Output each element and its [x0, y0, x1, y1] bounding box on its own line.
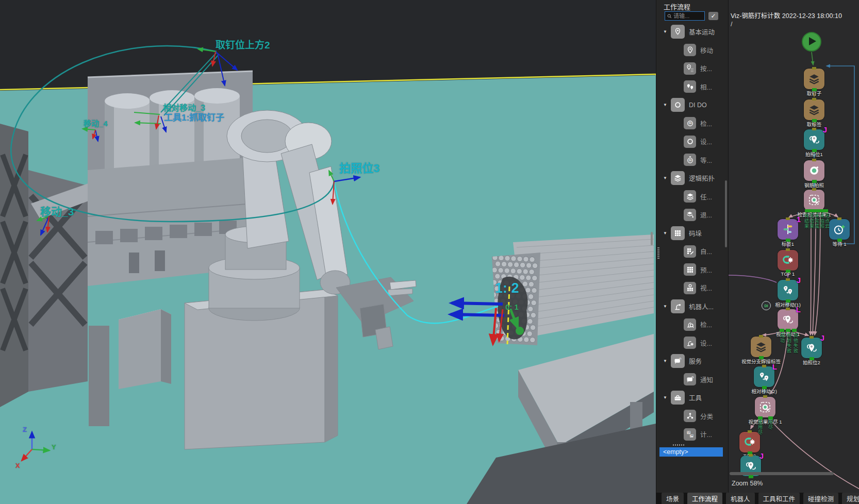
- branch-label-9: 用尽: [768, 419, 773, 430]
- node-label: 标签1: [782, 240, 794, 247]
- list-splitter-handle[interactable]: [673, 444, 684, 446]
- tree-scrollbar[interactable]: [725, 180, 727, 247]
- graph-node-qubiaoqian[interactable]: 取标签: [804, 99, 824, 120]
- graph-node-qudingzi[interactable]: 取钉子: [804, 69, 824, 89]
- graph-node-dengdai1[interactable]: 等待 1: [829, 219, 850, 240]
- library-item-13[interactable]: 预...: [656, 261, 725, 279]
- library-item-label: 设...: [700, 137, 712, 146]
- expand-arrow-icon[interactable]: ▼: [663, 231, 671, 236]
- graph-node-tcp1[interactable]: TCP 1: [778, 250, 798, 271]
- library-item-14[interactable]: 视...: [656, 279, 725, 297]
- library-item-12[interactable]: 自...: [656, 242, 725, 261]
- tab-3[interactable]: 工具和工件: [758, 493, 800, 504]
- node-badge: J: [820, 333, 824, 342]
- expand-arrow-icon[interactable]: ▼: [663, 359, 671, 363]
- library-item-17[interactable]: 设...: [656, 334, 725, 352]
- pin-icon: [671, 25, 685, 39]
- input-port: [763, 395, 767, 398]
- workflow-library-panel: 工作流程 ✓ ▼基本运动移动按...相...▼DI DO检...设...等...…: [656, 0, 728, 504]
- expand-arrow-icon[interactable]: ▼: [663, 176, 671, 180]
- library-item-22[interactable]: 计...: [656, 425, 725, 444]
- input-port: [812, 67, 816, 70]
- graph-node-xiangduiyidong1[interactable]: J相对移动(1): [778, 280, 798, 300]
- input-port: [810, 336, 814, 339]
- library-item-20[interactable]: ▼工具: [656, 389, 725, 407]
- library-item-21[interactable]: 分类: [656, 407, 725, 426]
- library-item-18[interactable]: ▼服务: [656, 352, 725, 371]
- library-item-3[interactable]: 相...: [656, 78, 725, 96]
- library-item-10[interactable]: 退...: [656, 206, 725, 224]
- graph-node-biaoqian1[interactable]: 1标签1: [778, 219, 798, 240]
- tab-5[interactable]: 规划历史: [842, 493, 859, 504]
- library-item-label: 设...: [700, 338, 712, 348]
- input-port: [837, 217, 841, 220]
- library-item-9[interactable]: 任...: [656, 188, 725, 206]
- library-item-5[interactable]: 检...: [656, 114, 725, 133]
- graph-nodes-layer: 取钉子取标签J拍照位1钢筋拍照检查视觉结果 11标签1等待 1TCP 1J相对移…: [729, 0, 859, 493]
- library-item-6[interactable]: 设...: [656, 132, 725, 151]
- robot-icon: [671, 299, 685, 313]
- graph-node-jieguoyongjin[interactable]: 视觉结果用尽 1: [755, 397, 775, 417]
- viewport-scrollbar[interactable]: [651, 232, 653, 245]
- graph-node-xiangduiyidong2[interactable]: L相对移动(2): [754, 366, 774, 387]
- library-item-label: 计...: [700, 429, 712, 439]
- graph-node-paizhaowei2[interactable]: J拍照位2: [801, 338, 822, 358]
- graph-node-gangjinpaizhao[interactable]: 钢筋拍照: [804, 160, 824, 181]
- library-item-11[interactable]: ▼码垛: [656, 224, 725, 243]
- run-workflow-button[interactable]: [802, 32, 821, 52]
- library-item-label: 通知: [700, 375, 713, 384]
- branch-label-1: 无结果: [809, 213, 814, 229]
- search-input[interactable]: [673, 13, 702, 19]
- expand-arrow-icon[interactable]: ▼: [663, 304, 671, 309]
- library-item-8[interactable]: ▼逻辑拓扑: [656, 169, 725, 188]
- tab-0[interactable]: 场景: [662, 493, 684, 504]
- panel-splitter-handle[interactable]: [657, 247, 659, 259]
- app-window: 取钉位上方2 相对移动_3 工具1:抓取钉子 移动_4 拍照位3 移动_3 1:…: [0, 0, 859, 504]
- layers-icon: [684, 190, 696, 203]
- library-item-16[interactable]: 检...: [656, 315, 725, 334]
- library-item-label: 视...: [700, 283, 712, 293]
- library-item-0[interactable]: ▼基本运动: [656, 23, 725, 41]
- library-item-15[interactable]: ▼机器人...: [656, 297, 725, 316]
- library-item-7[interactable]: 等...: [656, 151, 725, 170]
- filter-checkbox[interactable]: ✓: [708, 12, 718, 20]
- graph-node-shijueyidong1[interactable]: L视觉移动 1: [778, 309, 798, 330]
- branch-label-2: 未完成: [814, 213, 819, 229]
- layers-icon: [671, 171, 685, 185]
- input-port: [786, 217, 790, 220]
- search-box[interactable]: [665, 11, 705, 21]
- viewport-3d[interactable]: 取钉位上方2 相对移动_3 工具1:抓取钉子 移动_4 拍照位3 移动_3 1:…: [0, 0, 656, 504]
- scene-canvas: [0, 0, 656, 504]
- library-item-label: 检...: [700, 119, 712, 128]
- graph-horizontal-scrollbar[interactable]: [730, 472, 834, 475]
- library-item-label: 移动: [700, 45, 713, 55]
- library-item-label: 逻辑拓扑: [689, 173, 715, 183]
- graph-node-paizhaowei1[interactable]: J拍照位1: [804, 129, 824, 150]
- branch-label-8: 未用尽: [757, 419, 763, 435]
- pin-icon: [684, 44, 696, 56]
- library-item-2[interactable]: 按...: [656, 59, 725, 78]
- circle-icon: [671, 98, 685, 112]
- library-item-4[interactable]: ▼DI DO: [656, 96, 725, 114]
- input-port: [786, 248, 790, 251]
- library-item-1[interactable]: 移动: [656, 41, 725, 60]
- tab-1[interactable]: 工作流程: [687, 493, 722, 504]
- di-status-icon[interactable]: DI: [762, 301, 771, 310]
- pinpair-icon: [684, 80, 696, 93]
- library-item-label: 预...: [700, 265, 712, 275]
- workflow-list-item-empty[interactable]: <empty>: [659, 447, 723, 457]
- branch-label-0: 有结果: [804, 213, 809, 229]
- graph-node-shijuefenzhi[interactable]: 视觉分支焊接标签: [751, 337, 771, 357]
- expand-arrow-icon[interactable]: ▼: [663, 103, 671, 107]
- tab-2[interactable]: 机器人: [726, 493, 755, 504]
- workflow-graph-panel[interactable]: Viz-钢筋打标计数 2022-12-23 18:00:10 /: [728, 0, 859, 493]
- expand-arrow-icon[interactable]: ▼: [663, 395, 671, 400]
- expand-arrow-icon[interactable]: ▼: [663, 29, 671, 34]
- search-icon: [667, 13, 672, 19]
- branch-label-6: 规划失败: [786, 333, 791, 354]
- graph-node-jianchashijue[interactable]: 检查视觉结果 1: [804, 190, 824, 210]
- graph-node-tcp2[interactable]: TCP2: [739, 432, 760, 452]
- tab-4[interactable]: 碰撞检测: [803, 493, 838, 504]
- library-item-19[interactable]: 通知: [656, 371, 725, 389]
- input-port: [812, 128, 816, 130]
